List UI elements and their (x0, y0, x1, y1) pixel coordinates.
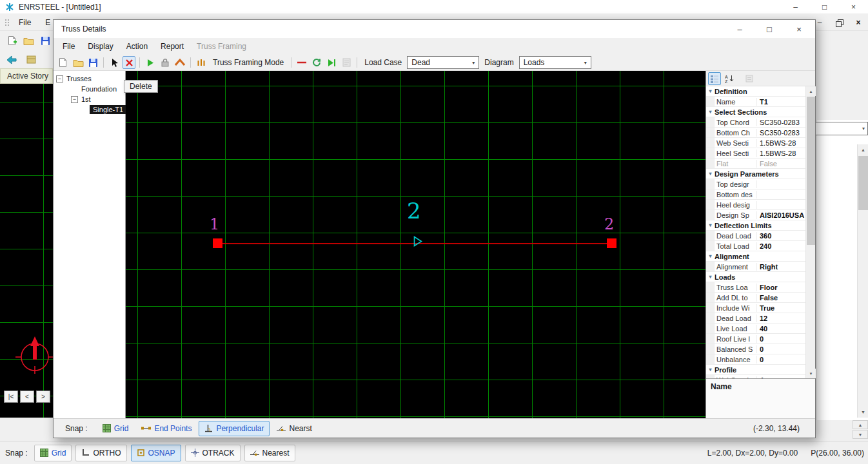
scroll-up-button[interactable]: ▲ (806, 86, 816, 96)
import-model-icon[interactable] (5, 53, 18, 66)
property-value[interactable]: 1.5BWS-28 (757, 139, 805, 147)
menu-item-file[interactable]: File (13, 16, 37, 29)
roof-icon[interactable] (173, 56, 186, 69)
diagram-combo[interactable]: Loads ▾ (519, 56, 591, 69)
chevron-down-icon[interactable]: ▾ (706, 222, 715, 228)
osnap-button[interactable]: OSNAP (131, 445, 181, 461)
property-value[interactable]: SC350-0283 (757, 129, 805, 137)
property-row[interactable]: Design SpAISI2016USA (706, 210, 805, 220)
property-category-row[interactable]: ▾Alignment (706, 251, 805, 262)
property-row[interactable]: Dead Load360 (706, 231, 805, 241)
property-row[interactable]: Top desigr (706, 179, 805, 189)
property-value[interactable]: Right (757, 263, 805, 271)
report-icon[interactable] (340, 56, 353, 69)
property-pages-icon[interactable] (743, 72, 756, 85)
otrack-button[interactable]: OTRACK (185, 445, 241, 461)
delete-icon[interactable] (123, 56, 135, 69)
property-value[interactable]: 0 (757, 356, 805, 363)
property-row[interactable]: Web Secti1.5BWS-28 (706, 138, 805, 148)
property-category-row[interactable]: ▾Loads (706, 272, 805, 282)
close-icon[interactable]: × (784, 20, 814, 38)
new-file-icon[interactable] (5, 34, 18, 47)
property-row[interactable]: Truss LoaFloor (706, 282, 805, 293)
property-row[interactable]: FlatFalse (706, 159, 805, 169)
property-category-row[interactable]: ▾Definition (706, 86, 805, 97)
minimize-icon[interactable]: – (725, 20, 755, 38)
property-row[interactable]: Include WiTrue (706, 303, 805, 313)
property-row[interactable]: Balanced S0 (706, 344, 805, 354)
snap-grid-button[interactable]: Grid (97, 421, 135, 436)
property-category-row[interactable]: ▾Design Parameters (706, 169, 805, 179)
scroll-up-button[interactable]: ▲ (858, 144, 868, 155)
refresh-icon[interactable] (310, 56, 323, 69)
menu-item-action[interactable]: Action (120, 40, 154, 53)
scrollbar-thumb[interactable] (858, 156, 868, 210)
nearest-button[interactable]: Nearest (244, 445, 295, 461)
property-row[interactable]: Heel desig (706, 200, 805, 210)
property-row[interactable]: Top ChordSC350-0283 (706, 117, 805, 128)
property-row[interactable]: Dead Load12 (706, 313, 805, 324)
save-file-icon[interactable] (39, 34, 52, 47)
chevron-down-icon[interactable]: ▾ (706, 171, 715, 177)
snap-nearest-button[interactable]: Nearst (271, 421, 317, 436)
chevron-down-icon[interactable]: ▾ (706, 274, 715, 280)
property-value[interactable]: 240 (757, 242, 805, 250)
snap-endpoints-button[interactable]: End Points (135, 421, 197, 436)
background-combo[interactable]: ▾ (814, 122, 868, 135)
alphabetical-sort-icon[interactable]: AZ (723, 72, 736, 85)
property-value[interactable]: False (757, 294, 805, 302)
member-line-icon[interactable] (295, 56, 308, 69)
property-value[interactable]: T1 (757, 98, 805, 106)
property-row[interactable]: NameT1 (706, 97, 805, 107)
snap-perpendicular-button[interactable]: Perpendicular (199, 421, 270, 436)
maximize-icon[interactable]: □ (755, 20, 784, 38)
tree-item-single-t1[interactable]: Single-T1 (90, 105, 126, 114)
run-analysis-icon[interactable] (325, 56, 338, 69)
menu-item-file[interactable]: File (56, 40, 81, 53)
scrollbar-thumb[interactable] (807, 97, 815, 245)
nav-next-button[interactable]: > (36, 391, 50, 403)
chevron-down-icon[interactable]: ▾ (706, 253, 715, 259)
property-row[interactable]: AlignmentRight (706, 262, 805, 272)
property-row[interactable]: Roof Live l0 (706, 334, 805, 344)
property-value[interactable]: 40 (757, 325, 805, 333)
scroll-down-button[interactable]: ▼ (806, 369, 816, 378)
property-row[interactable]: Heel Secti1.5BWS-28 (706, 148, 805, 159)
property-row[interactable]: Add DL toFalse (706, 293, 805, 303)
snap-grid-button[interactable]: Grid (34, 445, 72, 461)
scroll-up-button[interactable]: ▲ (853, 420, 868, 429)
property-value[interactable]: AISI2016USA (757, 211, 805, 219)
property-row[interactable]: Total Load240 (706, 241, 805, 251)
minimize-icon[interactable]: – (781, 0, 810, 14)
main-titlebar[interactable]: ENRSTEEL - [Untitled1] – □ × (0, 0, 868, 14)
scroll-down-button[interactable]: ▼ (858, 407, 868, 418)
property-value[interactable]: 1.5BWS-28 (757, 150, 805, 157)
property-category-row[interactable]: ▾Profile (706, 365, 805, 375)
tree-item-foundation[interactable]: Foundation (81, 85, 117, 93)
truss-drawing-canvas[interactable]: 1 2 2 (126, 71, 705, 418)
vertical-scrollbar[interactable]: ▲ ▼ (857, 144, 868, 418)
mdi-restore-icon[interactable] (832, 16, 846, 29)
property-row[interactable]: Bottom ChSC350-0283 (706, 128, 805, 138)
chevron-down-icon[interactable]: ▾ (706, 109, 715, 115)
property-category-row[interactable]: ▾Deflection Limits (706, 220, 805, 231)
property-category-row[interactable]: ▾Select Sections (706, 107, 805, 117)
tree-item-trusses[interactable]: Trusses (66, 75, 92, 82)
property-value[interactable]: 12 (757, 314, 805, 322)
tree-collapse-icon[interactable]: − (56, 75, 63, 82)
close-icon[interactable]: × (839, 0, 868, 14)
property-value[interactable]: False (757, 160, 805, 168)
ortho-button[interactable]: ORTHO (75, 445, 126, 461)
property-value[interactable]: Floor (757, 284, 805, 291)
menu-item-report[interactable]: Report (154, 40, 190, 53)
lock-icon[interactable] (159, 56, 172, 69)
truss-node-1[interactable] (213, 238, 222, 248)
menu-item-display[interactable]: Display (81, 40, 119, 53)
nav-prev-button[interactable]: < (20, 391, 34, 403)
property-value[interactable]: 0 (757, 335, 805, 343)
property-scrollbar[interactable]: ▲ ▼ (805, 86, 815, 378)
truss-window-titlebar[interactable]: Truss Details – □ × (54, 20, 815, 38)
chevron-down-icon[interactable]: ▾ (706, 367, 715, 372)
scroll-down-button[interactable]: ▼ (853, 430, 868, 439)
categorized-icon[interactable] (708, 72, 721, 85)
